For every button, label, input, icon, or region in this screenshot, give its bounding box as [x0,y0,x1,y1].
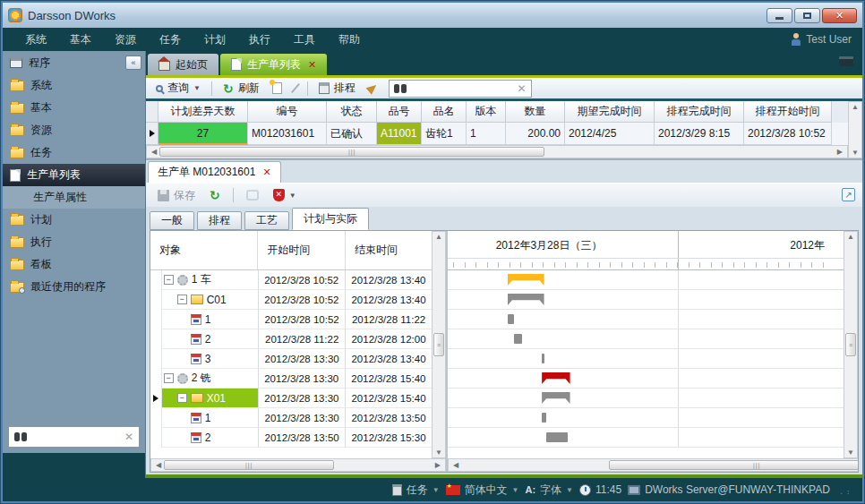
detail-refresh-button[interactable]: ↻ [205,188,225,202]
new-button[interactable] [268,81,287,96]
scroll-down-icon[interactable]: ▼ [844,448,857,457]
language-button[interactable]: 简体中文▼ [446,483,519,498]
column-header-期望完成时间[interactable]: 期望完成时间 [565,101,655,123]
scroll-down-icon[interactable]: ▼ [432,448,445,457]
tab-起始页[interactable]: 起始页 [148,54,218,75]
column-header-品名[interactable]: 品名 [422,101,467,123]
tree-row-1[interactable]: 12012/3/28 10:522012/3/28 11:22 [150,310,432,329]
order-detail-tab[interactable]: 生产单 M012031601 ✕ [148,161,281,183]
filter-input[interactable]: ✕ [389,80,532,98]
column-header-状态[interactable]: 状态 [327,101,377,123]
menu-系统[interactable]: 系统 [13,29,58,51]
filter-clear-icon[interactable]: ✕ [518,82,527,95]
menu-资源[interactable]: 资源 [103,29,148,51]
sidebar-search-box[interactable]: ✕ [8,426,140,448]
sidebar-item-生产单列表[interactable]: 生产单列表 [3,164,145,186]
hscroll-thumb[interactable]: ||| [159,147,544,157]
sidebar-item-基本[interactable]: 基本 [3,97,145,119]
collapse-expander-icon[interactable]: − [164,275,174,285]
scroll-up-icon[interactable]: ▲ [432,233,445,241]
hscroll-thumb[interactable]: ||| [609,460,858,470]
column-header-计划差异天数[interactable]: 计划差异天数 [158,101,248,123]
collapse-expander-icon[interactable]: − [164,373,174,383]
tree-row-3[interactable]: 32012/3/28 13:302012/3/28 13:40 [150,349,432,369]
scroll-left-icon[interactable]: ◀ [149,148,159,156]
workflow-button[interactable] [242,188,263,202]
close-button[interactable]: ✕ [822,8,857,23]
sidebar-item-看板[interactable]: 看板 [3,253,145,276]
collapse-expander-icon[interactable]: − [177,295,187,304]
column-header-版本[interactable]: 版本 [467,101,506,123]
collapse-expander-icon[interactable]: − [177,393,187,403]
gantt-bar[interactable] [546,432,568,442]
tree-column-header-对象[interactable]: 对象 [150,231,258,269]
sidebar-collapse-button[interactable]: « [125,56,141,70]
gantt-bar[interactable] [542,354,544,363]
scroll-up-icon[interactable]: ▲ [844,233,857,241]
tree-vscrollbar[interactable]: ▲ ≡ ▼ [432,231,446,458]
tree-node[interactable]: 1 [162,408,260,428]
gantt-bar[interactable] [514,334,522,344]
task-status-button[interactable]: 任务▼ [392,483,440,498]
tree-row-C01[interactable]: −C012012/3/28 10:522012/3/28 13:40 [150,290,432,310]
sidebar-item-系统[interactable]: 系统 [3,74,145,97]
tree-row-X01[interactable]: −X012012/3/28 13:302012/3/28 15:40 [150,389,432,408]
tab-close-icon[interactable]: ✕ [308,59,316,71]
sidebar-item-任务[interactable]: 任务 [3,141,145,164]
minimize-button[interactable] [767,8,792,23]
column-header-数量[interactable]: 数量 [506,101,565,123]
gantt-hscrollbar[interactable]: ◀ ||| ▶ [448,458,858,472]
tree-hscrollbar[interactable]: ◀ ||| ▶ [150,458,446,472]
tree-node[interactable]: 1 [162,310,260,329]
detail-tab-close-icon[interactable]: ✕ [262,167,270,178]
subtab-一般[interactable]: 一般 [150,211,194,230]
menu-基本[interactable]: 基本 [58,29,103,51]
menu-计划[interactable]: 计划 [193,29,237,51]
vscroll-thumb[interactable]: ≡ [845,333,856,356]
float-window-icon[interactable] [839,56,853,66]
gantt-bar[interactable] [508,274,544,286]
resize-grip[interactable]: ⡀⡄ [840,485,853,494]
gantt-bar[interactable] [542,392,570,404]
user-area[interactable]: Test User [791,33,852,46]
gantt-bar[interactable] [542,413,546,423]
sidebar-search-clear-icon[interactable]: ✕ [124,431,133,443]
menu-帮助[interactable]: 帮助 [327,29,372,51]
refresh-button[interactable]: ↻ 刷新 [218,79,264,98]
save-button[interactable]: 保存 [153,186,200,205]
sidebar-item-生产单属性[interactable]: 生产单属性 [3,186,145,209]
query-button[interactable]: 查询▼ [151,79,205,98]
tree-node[interactable]: 2 [162,428,260,448]
scroll-right-icon[interactable]: ▶ [432,461,443,469]
tree-column-header-结束时间[interactable]: 结束时间 [346,231,432,269]
cancel-confirm-button[interactable]: ✕ ▼ [269,187,301,203]
tree-row-1-车[interactable]: −1 车2012/3/28 10:522012/3/28 13:40 [150,270,432,290]
clear-button[interactable] [364,81,381,95]
menu-任务[interactable]: 任务 [148,29,193,51]
subtab-排程[interactable]: 排程 [197,211,242,230]
order-grid-row[interactable]: 27M012031601已确认A11001齿轮11200.002012/4/25… [146,123,848,145]
column-header-编号[interactable]: 编号 [248,101,327,123]
hscroll-thumb[interactable]: ||| [164,460,334,470]
sidebar-item-计划[interactable]: 计划 [3,209,145,231]
schedule-button[interactable]: 排程 [314,79,360,98]
tree-node[interactable]: −1 车 [162,270,259,290]
scroll-right-icon[interactable]: ▶ [835,148,845,156]
sidebar-item-资源[interactable]: 资源 [3,119,145,141]
subtab-计划与实际[interactable]: 计划与实际 [292,208,369,230]
gantt-bar[interactable] [508,294,544,305]
tree-row-1[interactable]: 12012/3/28 13:302012/3/28 13:50 [150,408,432,428]
gantt-bar[interactable] [508,314,514,324]
sidebar-item-执行[interactable]: 执行 [3,231,145,253]
vscroll-thumb[interactable]: ≡ [433,333,444,356]
scroll-left-icon[interactable]: ◀ [450,461,461,469]
tree-node[interactable]: −2 铣 [162,369,259,389]
tree-row-2-铣[interactable]: −2 铣2012/3/28 13:302012/3/28 15:40 [150,369,432,389]
sidebar-item-最近使用的程序[interactable]: 最近使用的程序 [3,276,145,298]
scroll-down-icon[interactable]: ▼ [849,149,861,157]
gantt-bar[interactable] [542,372,570,384]
open-in-window-icon[interactable]: ↗ [842,188,855,201]
tree-row-2[interactable]: 22012/3/28 11:222012/3/28 12:00 [150,329,432,349]
scroll-left-icon[interactable]: ◀ [153,461,164,469]
scroll-up-icon[interactable]: ▲ [849,103,861,111]
